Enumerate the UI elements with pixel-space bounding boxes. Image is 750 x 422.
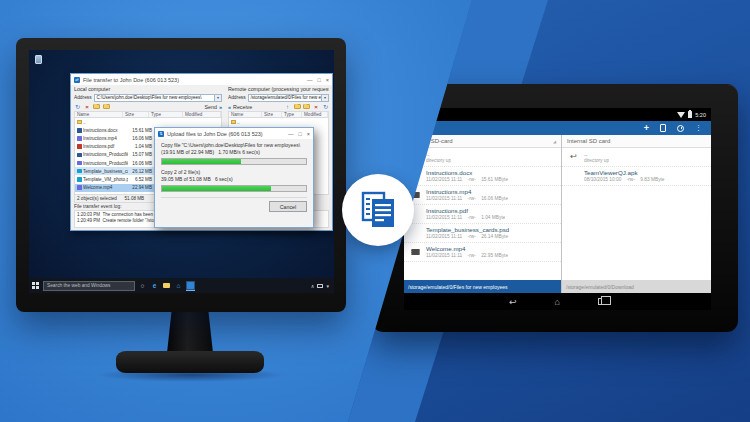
right-panel: Internal SD card ↩ .. directory up <box>562 135 711 293</box>
psd-file-icon <box>77 169 82 174</box>
window-title: File transfer to John Doe (606 013 523) <box>83 77 304 83</box>
word-file-icon <box>77 128 82 133</box>
window-title-bar: ⇄ File transfer to John Doe (606 013 523… <box>71 74 332 85</box>
teamviewer-app-icon: ⇄ <box>74 77 80 83</box>
directory-up-row[interactable]: ↩ .. directory up <box>562 148 711 167</box>
total-progress-fill <box>162 186 271 191</box>
receive-chevrons-icon: « <box>228 104 231 110</box>
back-icon[interactable]: ↩ <box>509 295 517 309</box>
network-icon[interactable]: ▾ <box>326 283 329 289</box>
left-file-list: ↩ .. directory up Instructions.docx 11/0… <box>404 148 561 280</box>
receive-button[interactable]: « Receive <box>228 104 252 110</box>
pdf-file-icon <box>77 144 82 149</box>
file-row[interactable]: .. <box>75 118 221 126</box>
file-progress-bar <box>161 158 307 165</box>
battery-icon[interactable] <box>317 284 323 288</box>
new-folder-icon[interactable] <box>294 104 301 109</box>
monitor-stand-base <box>116 351 264 373</box>
file-row[interactable]: Template_business_cards.psd 11/02/2015 1… <box>404 224 561 243</box>
resize-corner-icon: ◢ <box>553 139 556 144</box>
android-status-bar: 5:20 <box>404 108 711 121</box>
home-icon[interactable]: ⌂ <box>555 295 560 309</box>
psd-file-icon <box>77 177 82 182</box>
local-pane-label: Local computer <box>74 86 222 93</box>
video-file-icon <box>77 161 82 166</box>
right-path-bar[interactable]: /storage/emulated/0/Download <box>562 280 711 293</box>
file-row[interactable]: Instructions.pdf 11/02/2015 11:11 -rw- 1… <box>404 205 561 224</box>
dialog-title-bar: ⇅ Upload files to John Doe (606 013 523)… <box>155 128 313 139</box>
search-input[interactable]: Search the web and Windows <box>43 281 135 291</box>
close-button[interactable]: × <box>307 129 310 139</box>
close-button[interactable]: × <box>326 75 329 85</box>
delete-icon[interactable]: × <box>313 103 320 110</box>
total-progress-bar <box>161 185 307 192</box>
left-panel: Internal SD-card ◢ ↩ .. directory up <box>404 135 562 293</box>
recycle-bin-icon[interactable] <box>35 55 42 64</box>
address-label: Address <box>228 95 246 100</box>
delete-icon[interactable]: × <box>84 103 91 110</box>
copy-count-line: Copy 2 of 2 file(s) <box>161 169 307 176</box>
file-manager-toolbar: + ⋮ <box>404 121 711 135</box>
file-panels: Internal SD-card ◢ ↩ .. directory up <box>404 135 711 293</box>
copy-documents-icon <box>357 189 399 231</box>
file-row[interactable]: TeamViewerQJ.apk 08/10/2015 10:00 -rw- 9… <box>562 167 711 186</box>
history-icon[interactable] <box>677 125 684 132</box>
dialog-title: Upload files to John Doe (606 013 523) <box>167 131 285 137</box>
local-address-input[interactable]: C:\Users\john.doe\Desktop\Files for new … <box>94 94 222 102</box>
monitor-device: ⇄ File transfer to John Doe (606 013 523… <box>16 38 346 312</box>
maximize-button[interactable]: □ <box>298 129 301 139</box>
android-nav-bar: ↩ ⌂ <box>404 293 711 310</box>
up-arrow-icon: ↩ <box>570 153 577 161</box>
chevron-down-icon[interactable]: ▾ <box>321 95 328 101</box>
file-row[interactable]: Instructions.mp4 11/02/2015 11:11 -rw- 1… <box>404 186 561 205</box>
folder-icon[interactable] <box>103 104 110 109</box>
refresh-icon[interactable]: ↻ <box>322 103 329 110</box>
up-icon[interactable]: ↑ <box>284 103 291 110</box>
refresh-icon[interactable]: ↻ <box>74 103 81 110</box>
right-panel-header: Internal SD card <box>562 135 711 148</box>
local-column-headers[interactable]: Name Size Type Modified <box>74 111 222 118</box>
send-button[interactable]: Send » <box>205 104 222 110</box>
paste-icon[interactable] <box>660 124 666 132</box>
folder-icon[interactable] <box>303 104 310 109</box>
clock-time: 5:20 <box>695 112 706 118</box>
right-file-list: ↩ .. directory up TeamViewerQJ.apk 08/10… <box>562 148 711 280</box>
video-file-icon <box>77 185 82 190</box>
overflow-menu-icon[interactable]: ⋮ <box>695 124 702 132</box>
monitor-stand-neck <box>167 311 213 353</box>
store-icon[interactable]: ⌂ <box>174 281 183 291</box>
chevron-up-icon[interactable]: ∧ <box>311 283 315 289</box>
total-progress-line: 39.05 MB of 51.08 MB 6 sec(s) <box>161 176 307 183</box>
minimize-button[interactable]: — <box>307 75 313 85</box>
file-row[interactable]: Welcome.mp4 11/02/2015 11:11 -rw- 22.95 … <box>404 243 561 262</box>
windows-taskbar: Search the web and Windows ○ e ⌂ ∧ ▾ <box>29 278 334 293</box>
chevron-down-icon[interactable]: ▾ <box>214 95 221 101</box>
send-chevrons-icon: » <box>219 104 222 110</box>
upload-progress-dialog: ⇅ Upload files to John Doe (606 013 523)… <box>154 127 314 228</box>
folder-icon <box>77 120 82 125</box>
stage: 5:20 + ⋮ Internal SD-card ◢ ↩ <box>0 0 750 422</box>
file-row[interactable]: .. <box>229 118 328 126</box>
copy-file-line: Copy file "C:\Users\john.doe\Desktop\Fil… <box>161 142 307 149</box>
recents-icon[interactable] <box>598 298 606 305</box>
teamviewer-taskbar-icon[interactable] <box>186 281 195 291</box>
remote-column-headers[interactable]: Name Size Type Modified <box>228 111 329 118</box>
new-folder-icon[interactable] <box>93 104 100 109</box>
maximize-button[interactable]: □ <box>317 75 320 85</box>
wifi-icon <box>677 112 685 118</box>
windows-desktop: ⇄ File transfer to John Doe (606 013 523… <box>29 50 334 293</box>
start-button[interactable] <box>32 282 40 290</box>
minimize-button[interactable]: — <box>288 129 294 139</box>
edge-browser-icon[interactable]: e <box>150 281 159 291</box>
file-progress-line: (19.91 MB of 22.94 MB) 1.70 MB/s 6 sec(s… <box>161 149 307 156</box>
remote-address-input[interactable]: /storage/emulated/0/Files for new employ… <box>248 94 329 102</box>
file-explorer-icon[interactable] <box>162 281 171 291</box>
task-view-icon[interactable]: ○ <box>138 281 147 291</box>
file-row[interactable]: Instructions.docx 11/02/2015 11:11 -rw- … <box>404 167 561 186</box>
add-folder-icon[interactable]: + <box>644 122 649 134</box>
tablet-screen: 5:20 + ⋮ Internal SD-card ◢ ↩ <box>404 108 711 310</box>
system-tray: ∧ ▾ <box>311 283 331 289</box>
cancel-button[interactable]: Cancel <box>269 201 307 212</box>
left-path-bar[interactable]: /storage/emulated/0/Files for new employ… <box>404 280 561 293</box>
battery-icon <box>688 111 692 118</box>
